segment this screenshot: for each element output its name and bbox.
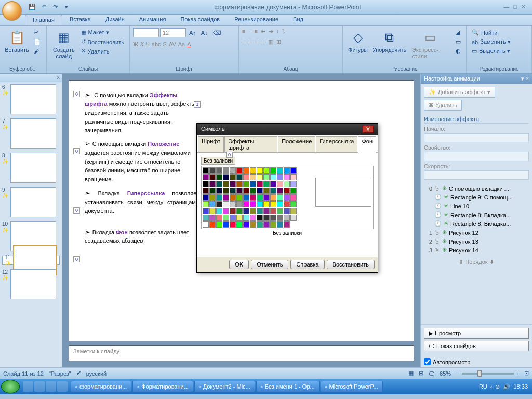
view-slideshow-icon[interactable]: 🖵	[429, 370, 434, 377]
thumbpane-close-icon[interactable]: x	[57, 74, 60, 82]
zoom-slider[interactable]: −+	[456, 370, 519, 377]
save-icon[interactable]: 💾	[27, 2, 37, 12]
anim-tag[interactable]: 0	[73, 256, 80, 262]
delete-slide-button[interactable]: ✕ Удалить	[79, 47, 126, 56]
justify-icon[interactable]: ≡	[261, 38, 264, 45]
taskbar-item[interactable]: ▫Microsoft PowerP...	[321, 381, 383, 392]
dialog-tab[interactable]: Эффекты шрифта	[224, 136, 277, 152]
color-swatch[interactable]	[243, 208, 249, 214]
color-swatch[interactable]	[284, 221, 290, 228]
undo-icon[interactable]: ↶	[38, 2, 49, 12]
color-swatch[interactable]	[284, 188, 290, 194]
dialog-tab[interactable]: Шрифт	[198, 136, 224, 152]
color-swatch[interactable]	[290, 174, 297, 180]
color-swatch[interactable]	[223, 194, 229, 201]
shape-effects-icon[interactable]: ◐	[454, 47, 463, 56]
line-spacing-icon[interactable]: ↕	[276, 28, 280, 35]
color-swatch[interactable]	[203, 167, 209, 174]
color-swatch[interactable]	[236, 201, 243, 207]
indent-right-icon[interactable]: ⇥	[269, 28, 273, 35]
nofill-label-top[interactable]: Без заливки	[201, 157, 235, 165]
color-swatch[interactable]	[223, 181, 229, 187]
color-swatch[interactable]	[216, 181, 222, 187]
indent-left-icon[interactable]: ⇤	[261, 28, 265, 35]
color-swatch[interactable]	[257, 221, 263, 228]
maximize-button[interactable]: □	[513, 4, 517, 10]
color-swatch[interactable]	[277, 194, 283, 201]
color-swatch[interactable]	[236, 188, 243, 194]
color-swatch[interactable]	[243, 167, 249, 174]
quick-styles-button[interactable]: ▭Экспресс-стили	[409, 28, 453, 60]
color-swatch[interactable]	[284, 174, 290, 180]
anim-tag[interactable]: 0	[226, 152, 233, 158]
color-swatch[interactable]	[257, 181, 263, 187]
color-swatch[interactable]	[203, 201, 209, 207]
numbering-icon[interactable]: ⋮≡	[248, 28, 257, 35]
tab-slideshow[interactable]: Показ слайдов	[173, 15, 227, 25]
slide-thumbnail[interactable]: 8✨	[2, 153, 60, 183]
shrink-font-icon[interactable]: A↓	[199, 28, 210, 37]
office-button[interactable]	[2, 1, 22, 21]
color-swatch[interactable]	[243, 194, 249, 201]
color-swatch[interactable]	[236, 215, 243, 221]
color-swatch[interactable]	[223, 174, 229, 180]
color-swatch[interactable]	[250, 221, 256, 228]
color-swatch[interactable]	[243, 215, 249, 221]
color-swatch[interactable]	[277, 208, 283, 214]
autopreview-checkbox[interactable]: Автопросмотр	[421, 356, 532, 367]
color-swatch[interactable]	[277, 174, 283, 180]
color-swatch[interactable]	[223, 167, 229, 174]
color-swatch[interactable]	[257, 188, 263, 194]
color-swatch[interactable]	[290, 201, 297, 207]
color-swatch[interactable]	[230, 194, 236, 201]
color-swatch[interactable]	[263, 167, 270, 174]
color-swatch[interactable]	[284, 194, 290, 201]
dialog-tab[interactable]: Положение	[278, 136, 315, 152]
color-swatch[interactable]	[209, 181, 216, 187]
color-swatch[interactable]	[216, 221, 222, 228]
color-swatch[interactable]	[250, 201, 256, 207]
bold-button[interactable]: Ж	[133, 41, 138, 47]
columns-icon[interactable]: ▥	[268, 38, 273, 45]
color-swatch[interactable]	[277, 188, 283, 194]
color-swatch[interactable]	[203, 188, 209, 194]
color-swatch[interactable]	[263, 188, 270, 194]
color-swatch[interactable]	[284, 208, 290, 214]
clear-format-icon[interactable]: ⌫	[211, 28, 223, 37]
notes-pane[interactable]: Заметки к слайду	[69, 345, 414, 361]
color-swatch[interactable]	[216, 167, 222, 174]
shape-outline-icon[interactable]: ▭	[454, 37, 463, 46]
color-swatch[interactable]	[216, 215, 222, 221]
color-swatch[interactable]	[250, 215, 256, 221]
redo-icon[interactable]: ↷	[50, 2, 60, 12]
color-swatch[interactable]	[236, 174, 243, 180]
color-swatch[interactable]	[270, 167, 276, 174]
color-swatch[interactable]	[263, 181, 270, 187]
anim-tag[interactable]: 0	[73, 207, 80, 214]
color-swatch[interactable]	[209, 174, 216, 180]
color-swatch[interactable]	[270, 194, 276, 201]
text-direction-icon[interactable]: ⤵	[282, 28, 285, 35]
color-swatch[interactable]	[250, 188, 256, 194]
start-button[interactable]	[1, 380, 20, 393]
dialog-tab[interactable]: Фон	[358, 136, 376, 153]
color-swatch[interactable]	[209, 221, 216, 228]
color-swatch[interactable]	[209, 208, 216, 214]
anim-tag[interactable]: 0	[73, 91, 80, 97]
tray-icon[interactable]: ‹	[490, 383, 493, 390]
color-swatch[interactable]	[209, 167, 216, 174]
shadow-button[interactable]: S	[163, 41, 167, 47]
color-swatch[interactable]	[257, 174, 263, 180]
color-swatch[interactable]	[270, 208, 276, 214]
paste-button[interactable]: 📋Вставить	[3, 28, 31, 54]
minimize-button[interactable]: —	[503, 4, 509, 10]
animation-item[interactable]: 1🖱✳Рисунок 12	[424, 228, 529, 237]
color-swatch[interactable]	[223, 215, 229, 221]
color-swatch[interactable]	[243, 174, 249, 180]
ql-icon[interactable]	[46, 381, 56, 392]
spellcheck-icon[interactable]: ✔	[76, 370, 81, 377]
color-swatch[interactable]	[263, 208, 270, 214]
color-swatch[interactable]	[277, 215, 283, 221]
color-swatch[interactable]	[243, 181, 249, 187]
tray-icon[interactable]: 🔊	[503, 383, 510, 390]
